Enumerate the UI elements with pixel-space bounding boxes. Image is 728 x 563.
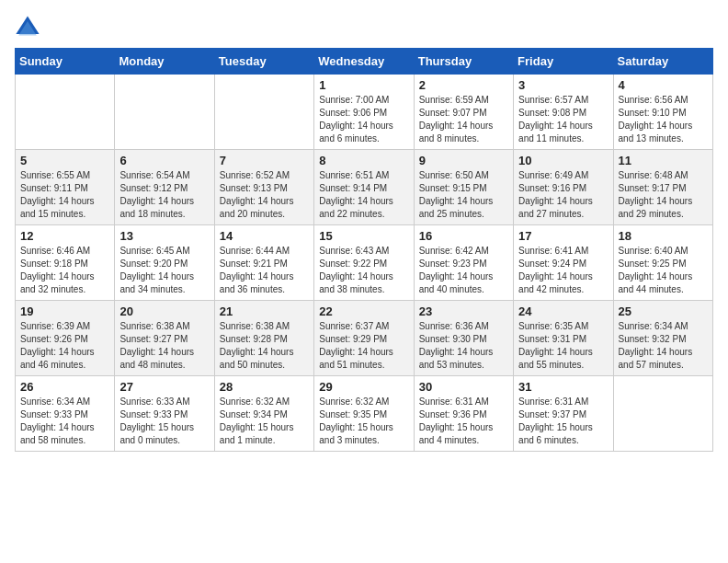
calendar-cell: 5Sunrise: 6:55 AM Sunset: 9:11 PM Daylig… bbox=[16, 150, 115, 225]
day-of-week-header: Saturday bbox=[613, 49, 712, 75]
calendar-cell: 30Sunrise: 6:31 AM Sunset: 9:36 PM Dayli… bbox=[414, 376, 513, 452]
day-info: Sunrise: 6:33 AM Sunset: 9:33 PM Dayligh… bbox=[119, 396, 209, 447]
calendar-cell: 22Sunrise: 6:37 AM Sunset: 9:29 PM Dayli… bbox=[314, 301, 414, 376]
calendar-cell: 10Sunrise: 6:49 AM Sunset: 9:16 PM Dayli… bbox=[514, 150, 613, 225]
day-info: Sunrise: 6:39 AM Sunset: 9:26 PM Dayligh… bbox=[20, 320, 109, 372]
day-info: Sunrise: 6:52 AM Sunset: 9:13 PM Dayligh… bbox=[220, 169, 309, 221]
day-info: Sunrise: 6:59 AM Sunset: 9:07 PM Dayligh… bbox=[419, 94, 508, 145]
day-info: Sunrise: 6:42 AM Sunset: 9:23 PM Dayligh… bbox=[419, 245, 508, 296]
calendar-week-row: 26Sunrise: 6:34 AM Sunset: 9:33 PM Dayli… bbox=[16, 376, 713, 452]
calendar-cell bbox=[115, 75, 214, 150]
calendar-cell: 29Sunrise: 6:32 AM Sunset: 9:35 PM Dayli… bbox=[314, 376, 414, 452]
day-number: 1 bbox=[319, 78, 408, 92]
calendar-cell: 20Sunrise: 6:38 AM Sunset: 9:27 PM Dayli… bbox=[115, 301, 214, 376]
day-number: 15 bbox=[319, 229, 408, 243]
calendar-cell: 12Sunrise: 6:46 AM Sunset: 9:18 PM Dayli… bbox=[16, 225, 115, 301]
calendar-cell: 28Sunrise: 6:32 AM Sunset: 9:34 PM Dayli… bbox=[214, 376, 313, 452]
calendar-header-row: SundayMondayTuesdayWednesdayThursdayFrid… bbox=[16, 49, 713, 75]
calendar-cell: 11Sunrise: 6:48 AM Sunset: 9:17 PM Dayli… bbox=[613, 150, 712, 225]
day-info: Sunrise: 6:56 AM Sunset: 9:10 PM Dayligh… bbox=[619, 94, 708, 145]
day-info: Sunrise: 6:55 AM Sunset: 9:11 PM Dayligh… bbox=[20, 169, 109, 221]
day-info: Sunrise: 6:34 AM Sunset: 9:33 PM Dayligh… bbox=[20, 396, 109, 447]
day-info: Sunrise: 6:34 AM Sunset: 9:32 PM Dayligh… bbox=[619, 320, 708, 372]
day-info: Sunrise: 6:50 AM Sunset: 9:15 PM Dayligh… bbox=[419, 169, 508, 221]
calendar-cell bbox=[16, 75, 115, 150]
day-info: Sunrise: 6:31 AM Sunset: 9:36 PM Dayligh… bbox=[419, 396, 508, 447]
calendar-cell: 6Sunrise: 6:54 AM Sunset: 9:12 PM Daylig… bbox=[115, 150, 214, 225]
day-info: Sunrise: 6:44 AM Sunset: 9:21 PM Dayligh… bbox=[220, 245, 309, 296]
day-number: 11 bbox=[619, 154, 708, 167]
day-number: 17 bbox=[518, 229, 608, 243]
day-number: 9 bbox=[419, 154, 508, 167]
day-number: 13 bbox=[119, 229, 209, 243]
day-number: 14 bbox=[220, 229, 309, 243]
day-number: 5 bbox=[20, 154, 109, 167]
day-number: 8 bbox=[319, 154, 408, 167]
day-info: Sunrise: 6:54 AM Sunset: 9:12 PM Dayligh… bbox=[119, 169, 209, 221]
calendar-cell: 8Sunrise: 6:51 AM Sunset: 9:14 PM Daylig… bbox=[314, 150, 414, 225]
calendar-cell: 15Sunrise: 6:43 AM Sunset: 9:22 PM Dayli… bbox=[314, 225, 414, 301]
calendar-cell: 14Sunrise: 6:44 AM Sunset: 9:21 PM Dayli… bbox=[214, 225, 313, 301]
calendar-cell: 16Sunrise: 6:42 AM Sunset: 9:23 PM Dayli… bbox=[414, 225, 513, 301]
day-number: 19 bbox=[20, 304, 109, 318]
day-info: Sunrise: 6:46 AM Sunset: 9:18 PM Dayligh… bbox=[20, 245, 109, 296]
day-info: Sunrise: 6:41 AM Sunset: 9:24 PM Dayligh… bbox=[518, 245, 608, 296]
page-header bbox=[15, 15, 713, 40]
day-info: Sunrise: 6:43 AM Sunset: 9:22 PM Dayligh… bbox=[319, 245, 408, 296]
day-number: 2 bbox=[419, 78, 508, 92]
day-number: 31 bbox=[518, 380, 608, 394]
calendar-cell: 4Sunrise: 6:56 AM Sunset: 9:10 PM Daylig… bbox=[613, 75, 712, 150]
calendar-cell: 23Sunrise: 6:36 AM Sunset: 9:30 PM Dayli… bbox=[414, 301, 513, 376]
day-number: 29 bbox=[319, 380, 408, 394]
calendar-cell: 1Sunrise: 7:00 AM Sunset: 9:06 PM Daylig… bbox=[314, 75, 414, 150]
day-info: Sunrise: 6:45 AM Sunset: 9:20 PM Dayligh… bbox=[119, 245, 209, 296]
calendar-cell: 9Sunrise: 6:50 AM Sunset: 9:15 PM Daylig… bbox=[414, 150, 513, 225]
day-number: 27 bbox=[119, 380, 209, 394]
calendar-week-row: 1Sunrise: 7:00 AM Sunset: 9:06 PM Daylig… bbox=[16, 75, 713, 150]
day-info: Sunrise: 6:38 AM Sunset: 9:28 PM Dayligh… bbox=[220, 320, 309, 372]
day-number: 28 bbox=[220, 380, 309, 394]
day-number: 21 bbox=[220, 304, 309, 318]
calendar-cell: 13Sunrise: 6:45 AM Sunset: 9:20 PM Dayli… bbox=[115, 225, 214, 301]
day-info: Sunrise: 6:35 AM Sunset: 9:31 PM Dayligh… bbox=[518, 320, 608, 372]
calendar-cell: 3Sunrise: 6:57 AM Sunset: 9:08 PM Daylig… bbox=[514, 75, 613, 150]
calendar-week-row: 12Sunrise: 6:46 AM Sunset: 9:18 PM Dayli… bbox=[16, 225, 713, 301]
day-info: Sunrise: 6:57 AM Sunset: 9:08 PM Dayligh… bbox=[518, 94, 608, 145]
day-info: Sunrise: 6:40 AM Sunset: 9:25 PM Dayligh… bbox=[619, 245, 708, 296]
day-of-week-header: Sunday bbox=[16, 49, 115, 75]
calendar-cell: 2Sunrise: 6:59 AM Sunset: 9:07 PM Daylig… bbox=[414, 75, 513, 150]
day-of-week-header: Friday bbox=[514, 49, 613, 75]
day-info: Sunrise: 6:49 AM Sunset: 9:16 PM Dayligh… bbox=[518, 169, 608, 221]
day-number: 16 bbox=[419, 229, 508, 243]
calendar-cell: 24Sunrise: 6:35 AM Sunset: 9:31 PM Dayli… bbox=[514, 301, 613, 376]
day-number: 3 bbox=[518, 78, 608, 92]
day-number: 7 bbox=[220, 154, 309, 167]
day-info: Sunrise: 7:00 AM Sunset: 9:06 PM Dayligh… bbox=[319, 94, 408, 145]
day-info: Sunrise: 6:51 AM Sunset: 9:14 PM Dayligh… bbox=[319, 169, 408, 221]
day-info: Sunrise: 6:32 AM Sunset: 9:35 PM Dayligh… bbox=[319, 396, 408, 447]
calendar-table: SundayMondayTuesdayWednesdayThursdayFrid… bbox=[15, 48, 713, 452]
day-number: 22 bbox=[319, 304, 408, 318]
day-number: 24 bbox=[518, 304, 608, 318]
day-number: 20 bbox=[119, 304, 209, 318]
day-info: Sunrise: 6:48 AM Sunset: 9:17 PM Dayligh… bbox=[619, 169, 708, 221]
day-info: Sunrise: 6:37 AM Sunset: 9:29 PM Dayligh… bbox=[319, 320, 408, 372]
calendar-cell bbox=[214, 75, 313, 150]
day-number: 30 bbox=[419, 380, 508, 394]
day-number: 23 bbox=[419, 304, 508, 318]
calendar-cell: 21Sunrise: 6:38 AM Sunset: 9:28 PM Dayli… bbox=[214, 301, 313, 376]
calendar-cell: 25Sunrise: 6:34 AM Sunset: 9:32 PM Dayli… bbox=[613, 301, 712, 376]
calendar-cell: 17Sunrise: 6:41 AM Sunset: 9:24 PM Dayli… bbox=[514, 225, 613, 301]
day-number: 4 bbox=[619, 78, 708, 92]
day-of-week-header: Monday bbox=[115, 49, 214, 75]
calendar-cell: 26Sunrise: 6:34 AM Sunset: 9:33 PM Dayli… bbox=[16, 376, 115, 452]
day-info: Sunrise: 6:38 AM Sunset: 9:27 PM Dayligh… bbox=[119, 320, 209, 372]
calendar-cell: 18Sunrise: 6:40 AM Sunset: 9:25 PM Dayli… bbox=[613, 225, 712, 301]
calendar-cell: 27Sunrise: 6:33 AM Sunset: 9:33 PM Dayli… bbox=[115, 376, 214, 452]
day-number: 18 bbox=[619, 229, 708, 243]
calendar-week-row: 19Sunrise: 6:39 AM Sunset: 9:26 PM Dayli… bbox=[16, 301, 713, 376]
day-number: 10 bbox=[518, 154, 608, 167]
day-number: 25 bbox=[619, 304, 708, 318]
day-of-week-header: Tuesday bbox=[214, 49, 313, 75]
day-info: Sunrise: 6:36 AM Sunset: 9:30 PM Dayligh… bbox=[419, 320, 508, 372]
